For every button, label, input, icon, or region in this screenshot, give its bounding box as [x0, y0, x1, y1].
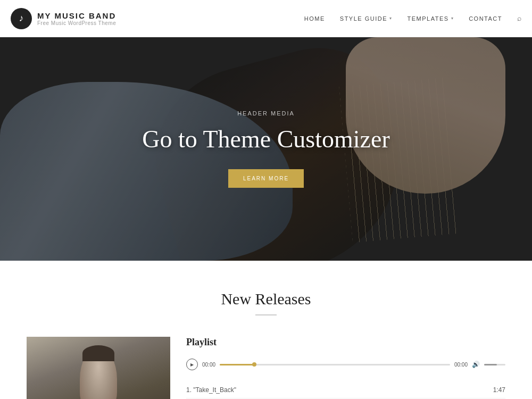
main-nav: HOME STYLE GUIDE ▾ TEMPLATES ▾ CONTACT ⌕	[304, 14, 521, 23]
new-releases-section: New Releases Playlist ▶ 00:00 00:00 🔊	[0, 261, 532, 399]
releases-content: Playlist ▶ 00:00 00:00 🔊 1. "Take_It_Ba	[27, 337, 505, 399]
logo-icon: ♪	[11, 8, 32, 29]
progress-track[interactable]	[220, 364, 450, 365]
learn-more-button[interactable]: LEARN MORE	[228, 169, 304, 188]
nav-home[interactable]: HOME	[304, 15, 325, 22]
volume-icon: 🔊	[472, 361, 480, 369]
nav-templates[interactable]: TEMPLATES ▾	[408, 15, 454, 22]
playlist-title: Playlist	[186, 337, 505, 348]
time-start: 00:00	[202, 362, 215, 368]
progress-dot	[252, 362, 256, 367]
chevron-down-icon: ▾	[389, 16, 393, 21]
section-title: New Releases	[11, 290, 521, 308]
hat-shape	[82, 345, 114, 361]
volume-fill	[484, 364, 497, 365]
hero-section: HEADER MEDIA Go to Theme Customizer LEAR…	[0, 37, 532, 261]
nav-style-guide[interactable]: STYLE GUIDE ▾	[340, 15, 393, 22]
hero-content: HEADER MEDIA Go to Theme Customizer LEAR…	[0, 37, 532, 261]
hero-title: Go to Theme Customizer	[142, 126, 389, 153]
track-duration: 1:47	[493, 386, 505, 394]
track-list: 1. "Take_It_Back" 1:47 2. "Welcome" 3:10…	[186, 382, 505, 399]
progress-fill	[220, 364, 254, 365]
play-button[interactable]: ▶	[186, 359, 198, 370]
hero-label: HEADER MEDIA	[237, 110, 295, 117]
search-icon[interactable]: ⌕	[517, 14, 521, 23]
releases-image	[27, 337, 170, 399]
track-row[interactable]: 1. "Take_It_Back" 1:47	[186, 382, 505, 398]
audio-player: ▶ 00:00 00:00 🔊	[186, 355, 505, 373]
track-name: 1. "Take_It_Back"	[186, 386, 236, 394]
nav-contact[interactable]: CONTACT	[469, 15, 502, 22]
section-divider	[255, 314, 277, 315]
site-header: ♪ MY MUSIC BAND Free Music WordPress The…	[0, 0, 532, 37]
time-end: 00:00	[454, 362, 468, 368]
site-subtitle: Free Music WordPress Theme	[37, 20, 116, 26]
site-title: MY MUSIC BAND	[37, 11, 116, 20]
logo-area[interactable]: ♪ MY MUSIC BAND Free Music WordPress The…	[11, 8, 116, 29]
volume-bar[interactable]	[484, 364, 505, 365]
chevron-down-icon: ▾	[451, 16, 454, 21]
logo-text-block: MY MUSIC BAND Free Music WordPress Theme	[37, 11, 116, 26]
releases-playlist: Playlist ▶ 00:00 00:00 🔊 1. "Take_It_Ba	[186, 337, 505, 399]
